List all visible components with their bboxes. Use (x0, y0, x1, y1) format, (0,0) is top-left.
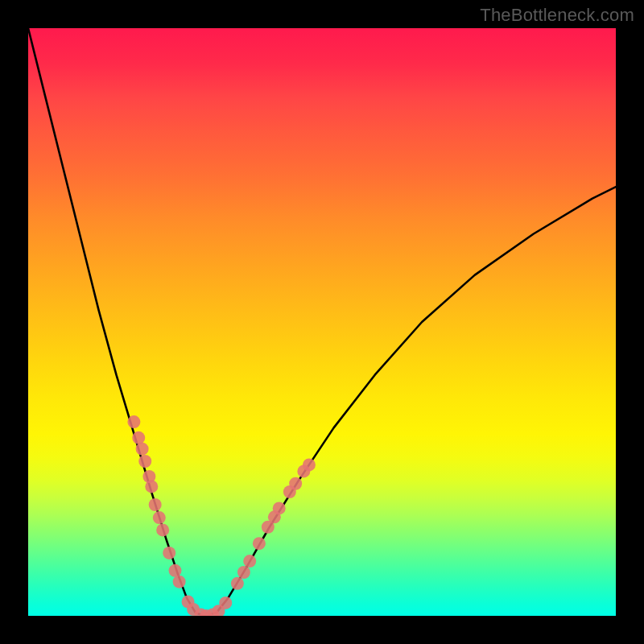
data-markers (127, 415, 316, 616)
data-marker (136, 443, 149, 456)
data-marker (253, 537, 266, 550)
data-marker (156, 523, 169, 536)
data-marker (145, 480, 158, 493)
data-marker (243, 555, 256, 568)
watermark-text: TheBottleneck.com (480, 5, 634, 26)
plot-area (28, 28, 616, 616)
data-marker (127, 415, 140, 428)
data-marker (273, 502, 286, 514)
chart-frame: TheBottleneck.com (0, 0, 644, 644)
data-marker (173, 576, 186, 588)
data-marker (289, 477, 302, 490)
data-marker (231, 577, 244, 590)
bottleneck-curve (28, 28, 616, 616)
data-marker (163, 547, 175, 559)
data-marker (138, 455, 151, 468)
data-marker (153, 511, 166, 524)
data-marker (132, 431, 145, 444)
data-marker (149, 498, 162, 511)
data-marker (169, 564, 182, 577)
curve-svg (28, 28, 616, 616)
data-marker (219, 597, 232, 609)
data-marker (237, 566, 250, 579)
data-marker (303, 458, 316, 471)
